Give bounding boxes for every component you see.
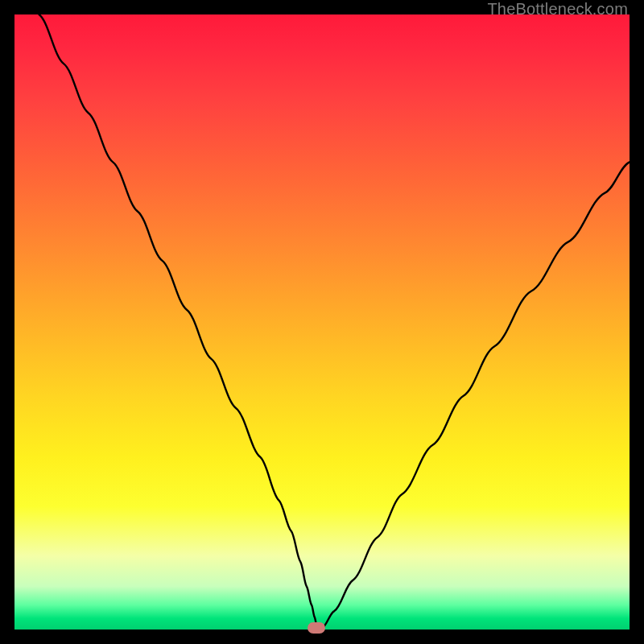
plot-area — [14, 14, 630, 630]
curve-svg — [14, 14, 630, 630]
bottleneck-curve — [39, 14, 630, 628]
chart-frame: TheBottleneck.com — [0, 0, 644, 644]
watermark-text: TheBottleneck.com — [487, 0, 628, 19]
optimum-marker — [308, 622, 325, 634]
